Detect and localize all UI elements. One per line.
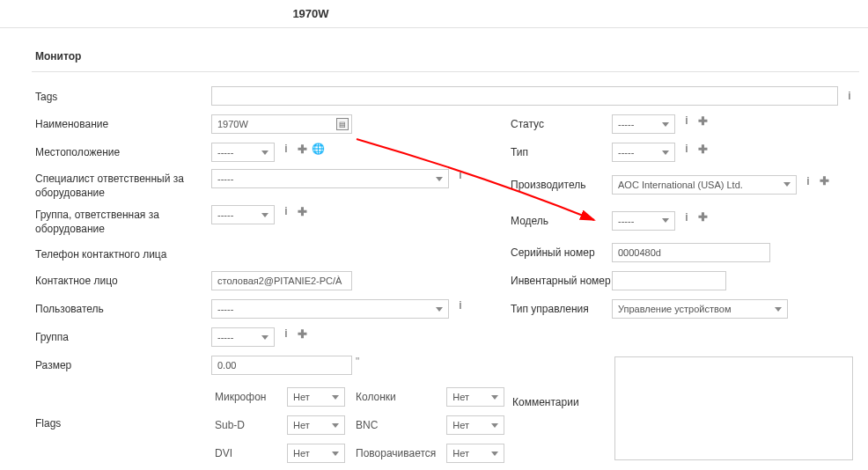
globe-icon[interactable]: 🌐 bbox=[312, 143, 324, 155]
chevron-down-icon bbox=[491, 395, 498, 400]
plus-icon[interactable]: ✚ bbox=[296, 327, 308, 340]
subd-select[interactable]: Нет bbox=[287, 415, 345, 435]
manufacturer-select[interactable]: AOC International (USA) Ltd. bbox=[612, 175, 797, 195]
label-model: Модель bbox=[511, 211, 612, 229]
label-mic: Микрофон bbox=[215, 384, 285, 410]
label-group: Группа bbox=[35, 327, 211, 345]
plus-icon[interactable]: ✚ bbox=[296, 143, 308, 155]
info-icon[interactable]: i bbox=[280, 143, 292, 155]
label-contact-phone: Телефон контактного лица bbox=[35, 245, 211, 262]
label-status: Статус bbox=[511, 114, 612, 132]
info-icon[interactable]: i bbox=[280, 205, 292, 217]
group-select[interactable]: ----- bbox=[211, 327, 275, 347]
label-name: Наименование bbox=[35, 114, 211, 132]
user-select[interactable]: ----- bbox=[211, 299, 449, 319]
plus-icon[interactable]: ✚ bbox=[818, 175, 830, 187]
chevron-down-icon bbox=[662, 122, 669, 127]
section-header: Монитор bbox=[35, 50, 868, 62]
label-inventory: Инвентарный номер bbox=[511, 271, 612, 289]
chevron-down-icon bbox=[775, 307, 782, 312]
label-tech-group: Группа, ответственная за оборудование bbox=[35, 205, 211, 236]
label-serial: Серийный номер bbox=[511, 243, 612, 261]
label-tags: Tags bbox=[35, 87, 211, 105]
dvi-select[interactable]: Нет bbox=[287, 444, 345, 463]
info-icon[interactable]: i bbox=[280, 327, 292, 340]
bnc-select[interactable]: Нет bbox=[446, 415, 504, 435]
title-bar: 1970W bbox=[0, 0, 868, 28]
chevron-down-icon bbox=[332, 452, 339, 456]
label-tech-spec: Специалист ответственный за оборудование bbox=[35, 169, 211, 200]
info-icon[interactable]: i bbox=[843, 90, 856, 102]
location-select[interactable]: ----- bbox=[211, 143, 275, 162]
size-input[interactable] bbox=[211, 356, 352, 375]
autofill-icon[interactable]: ▤ bbox=[336, 118, 349, 130]
chevron-down-icon bbox=[261, 335, 268, 340]
contact-input[interactable] bbox=[211, 271, 352, 290]
status-select[interactable]: ----- bbox=[612, 114, 675, 134]
size-unit: " bbox=[356, 356, 359, 368]
label-dvi: DVI bbox=[215, 440, 285, 466]
info-icon[interactable]: i bbox=[454, 169, 467, 181]
name-input[interactable] bbox=[211, 114, 352, 134]
chevron-down-icon bbox=[261, 213, 268, 217]
divider bbox=[32, 71, 859, 72]
info-icon[interactable]: i bbox=[680, 114, 693, 127]
speakers-select[interactable]: Нет bbox=[446, 387, 504, 407]
page-title: 1970W bbox=[292, 7, 328, 20]
serial-input[interactable] bbox=[612, 243, 770, 262]
chevron-down-icon bbox=[332, 423, 339, 428]
plus-icon[interactable]: ✚ bbox=[696, 143, 709, 155]
label-comments: Комментарии bbox=[512, 396, 579, 408]
label-speakers: Колонки bbox=[356, 384, 445, 410]
label-size: Размер bbox=[35, 356, 211, 373]
chevron-down-icon bbox=[491, 452, 498, 456]
info-icon[interactable]: i bbox=[454, 299, 467, 312]
chevron-down-icon bbox=[332, 395, 339, 400]
model-select[interactable]: ----- bbox=[612, 211, 675, 231]
tech-spec-select[interactable]: ----- bbox=[211, 169, 449, 188]
info-icon[interactable]: i bbox=[680, 211, 693, 224]
flags-table: Микрофон Нет Колонки Нет Sub-D Нет BNC Н… bbox=[213, 382, 515, 468]
label-pivot: Поворачивается bbox=[356, 440, 445, 466]
chevron-down-icon bbox=[436, 177, 443, 181]
chevron-down-icon bbox=[261, 151, 268, 155]
inventory-input[interactable] bbox=[612, 271, 726, 290]
label-bnc: BNC bbox=[356, 412, 445, 438]
info-icon[interactable]: i bbox=[802, 175, 814, 187]
mgmt-select[interactable]: Управление устройством bbox=[612, 299, 788, 319]
plus-icon[interactable]: ✚ bbox=[696, 114, 709, 127]
chevron-down-icon bbox=[662, 151, 669, 155]
label-contact: Контактное лицо bbox=[35, 271, 211, 289]
label-type: Тип bbox=[511, 143, 612, 160]
chevron-down-icon bbox=[436, 307, 443, 312]
chevron-down-icon bbox=[662, 218, 669, 223]
plus-icon[interactable]: ✚ bbox=[296, 205, 308, 217]
tech-group-select[interactable]: ----- bbox=[211, 205, 275, 224]
label-mgmt: Тип управления bbox=[511, 299, 612, 317]
label-subd: Sub-D bbox=[215, 412, 285, 438]
pivot-select[interactable]: Нет bbox=[446, 444, 504, 463]
mic-select[interactable]: Нет bbox=[287, 387, 345, 407]
label-user: Пользователь bbox=[35, 299, 211, 317]
comments-textarea[interactable] bbox=[614, 356, 853, 460]
chevron-down-icon bbox=[783, 182, 791, 187]
tags-input[interactable] bbox=[211, 86, 838, 106]
label-flags: Flags bbox=[35, 382, 211, 431]
label-manufacturer: Производитель bbox=[511, 175, 612, 193]
label-location: Местоположение bbox=[35, 143, 211, 160]
plus-icon[interactable]: ✚ bbox=[696, 211, 709, 224]
chevron-down-icon bbox=[491, 423, 498, 428]
type-select[interactable]: ----- bbox=[612, 143, 675, 162]
info-icon[interactable]: i bbox=[680, 143, 693, 155]
